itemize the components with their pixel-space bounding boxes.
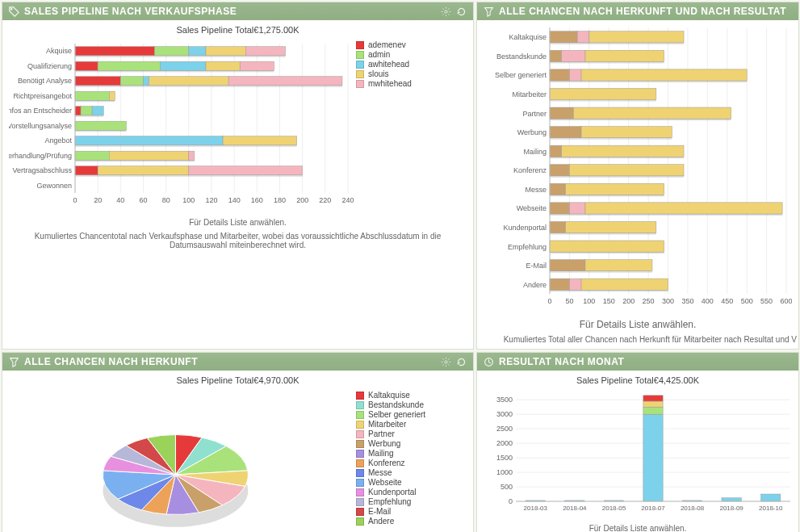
svg-rect-69 (81, 115, 92, 117)
svg-text:Andere: Andere (523, 281, 547, 289)
legend-item[interactable]: Selber generiert (356, 410, 425, 419)
legend-item[interactable]: Messe (356, 468, 425, 477)
svg-rect-92 (189, 166, 303, 175)
svg-rect-187 (550, 260, 585, 271)
svg-rect-77 (75, 145, 223, 147)
legend-swatch (356, 421, 364, 429)
legend-item[interactable]: admin (356, 50, 412, 59)
svg-rect-196 (581, 279, 668, 290)
gear-icon[interactable] (441, 6, 451, 17)
legend-label: mwhitehead (368, 79, 412, 88)
svg-rect-179 (550, 221, 566, 232)
legend-item[interactable]: slouis (356, 69, 412, 78)
svg-text:60: 60 (139, 196, 147, 204)
svg-rect-173 (550, 214, 569, 216)
svg-rect-180 (550, 233, 566, 235)
svg-text:Gewonnen: Gewonnen (36, 182, 72, 190)
chart-xlabel: Für Details Liste anwählen. (477, 317, 798, 333)
chart-title: Sales Pipeline Total€4,425.00K (477, 371, 798, 387)
svg-rect-163 (550, 176, 569, 178)
svg-rect-42 (98, 70, 160, 72)
svg-text:20: 20 (94, 196, 102, 204)
svg-rect-152 (550, 127, 581, 138)
svg-text:550: 550 (760, 297, 773, 305)
svg-text:200: 200 (296, 196, 308, 204)
svg-rect-41 (98, 61, 160, 70)
legend-swatch (356, 508, 364, 516)
svg-rect-190 (585, 271, 652, 273)
svg-rect-82 (75, 160, 109, 161)
svg-text:140: 140 (228, 196, 241, 204)
svg-rect-56 (149, 77, 229, 86)
legend-label: Selber generiert (368, 410, 425, 419)
svg-rect-29 (75, 56, 155, 57)
svg-rect-228 (643, 396, 663, 401)
svg-text:Messe: Messe (525, 186, 547, 194)
svg-text:0: 0 (509, 497, 513, 505)
legend-item[interactable]: Empfehlung (356, 497, 425, 506)
legend-item[interactable]: Andere (356, 517, 425, 526)
svg-text:Werbung: Werbung (517, 128, 547, 136)
panel-header: SALES PIPELINE NACH VERKAUFSPHASE (2, 2, 473, 20)
svg-rect-51 (75, 86, 120, 87)
legend-label: Partner (368, 429, 395, 438)
legend-item[interactable]: Kundenportal (356, 488, 425, 496)
svg-rect-188 (550, 271, 585, 273)
svg-rect-28 (75, 47, 155, 56)
svg-text:2500: 2500 (496, 425, 513, 433)
svg-text:Kundenportal: Kundenportal (503, 224, 547, 232)
legend-item[interactable]: Bestandskunde (356, 400, 425, 409)
svg-rect-85 (189, 151, 195, 160)
monat-bar-chart[interactable]: 05001000150020002500300035002018-032018-… (484, 390, 792, 519)
svg-rect-64 (109, 100, 115, 102)
herkunft-pie-chart[interactable] (9, 390, 356, 532)
svg-rect-73 (75, 121, 126, 130)
svg-rect-83 (109, 151, 189, 160)
gear-icon[interactable] (441, 357, 451, 367)
svg-rect-149 (573, 107, 731, 119)
svg-rect-159 (562, 145, 684, 157)
legend-item[interactable]: Mailing (356, 449, 425, 458)
svg-text:Empfehlung: Empfehlung (508, 243, 547, 251)
legend-item[interactable]: E-Mail (356, 507, 425, 516)
legend-item[interactable]: Werbung (356, 439, 425, 448)
svg-text:500: 500 (741, 297, 753, 305)
herkunft-result-chart[interactable]: 050100150200250300350400450500550600Kalt… (484, 23, 792, 314)
svg-rect-71 (92, 115, 103, 117)
legend-item[interactable]: Webseite (356, 478, 425, 487)
legend-item[interactable]: Kaltakquise (356, 391, 425, 400)
svg-rect-170 (566, 195, 664, 196)
tag-icon (9, 6, 19, 17)
legend-swatch (356, 450, 364, 458)
svg-rect-88 (75, 166, 98, 175)
legend-item[interactable]: awhitehead (356, 60, 412, 69)
legend-label: Webseite (368, 478, 402, 487)
panel-title: RESULTAT NACH MONAT (499, 356, 792, 367)
legend-item[interactable]: ademenev (356, 40, 412, 49)
svg-text:2018-05: 2018-05 (602, 505, 626, 512)
svg-rect-35 (206, 56, 245, 57)
svg-rect-31 (155, 56, 189, 57)
legend-swatch (356, 479, 364, 487)
svg-rect-123 (550, 31, 577, 43)
legend-item[interactable]: mwhitehead (356, 79, 412, 88)
legend-label: Empfehlung (368, 497, 411, 506)
svg-rect-76 (75, 136, 223, 145)
refresh-icon[interactable] (456, 357, 467, 367)
legend-item[interactable]: Konferenz (356, 459, 425, 467)
svg-rect-158 (550, 157, 562, 158)
svg-text:Mailing: Mailing (523, 148, 547, 156)
legend-item[interactable]: Mitarbeiter (356, 420, 425, 429)
svg-text:Akquise: Akquise (46, 47, 72, 55)
stage-bar-chart[interactable]: 020406080100120140160180200220240Akquise… (9, 40, 356, 213)
refresh-icon[interactable] (456, 6, 467, 17)
svg-rect-139 (569, 69, 581, 81)
svg-text:180: 180 (274, 196, 286, 204)
panel-footer: Kumuliertes Chancentotal nach Verkaufsph… (2, 230, 473, 254)
svg-rect-175 (569, 214, 585, 216)
svg-point-200 (445, 360, 447, 362)
legend-label: Mitarbeiter (368, 420, 406, 429)
svg-rect-61 (75, 91, 109, 100)
svg-text:1500: 1500 (496, 454, 513, 462)
legend-item[interactable]: Partner (356, 429, 425, 438)
